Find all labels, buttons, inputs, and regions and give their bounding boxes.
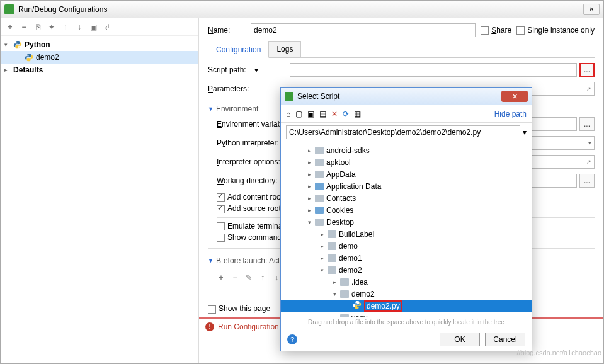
up-task-button[interactable]: ↑ [258,273,267,282]
chevron-down-icon: ▼ [208,258,214,264]
help-icon[interactable]: ? [287,334,297,344]
path-input[interactable] [286,125,520,139]
dialog-icon [285,92,293,101]
add-task-button[interactable]: + [217,273,225,282]
file-tree-item[interactable]: ▸apktool [281,156,532,168]
file-tree-label: Contacts [326,194,356,203]
ok-button[interactable]: OK [440,333,480,346]
file-tree-item[interactable]: ▸Contacts [281,192,532,204]
cancel-button[interactable]: Cancel [485,333,525,346]
up-icon[interactable]: ↑ [61,23,70,31]
file-tree[interactable]: ▸android-sdks▸apktool▸AppData▸Applicatio… [281,142,532,317]
folder-icon [315,147,324,154]
add-config-button[interactable]: + [6,23,14,31]
app-icon [4,4,14,14]
chevron-icon: ▸ [306,195,312,202]
script-path-browse-button[interactable]: ... [579,63,595,77]
file-tree-item[interactable]: ▸android-sdks [281,144,532,156]
folder-icon [315,207,324,214]
file-tree-label: android-sdks [326,146,370,155]
hide-path-link[interactable]: Hide path [494,110,527,118]
name-input[interactable] [251,23,476,37]
error-icon: ! [205,322,214,331]
script-path-label: Script path: ▾ [208,65,290,74]
show-hidden-icon[interactable]: ▦ [354,110,361,118]
folder-icon [315,183,324,190]
tab-configuration[interactable]: Configuration [208,42,269,58]
remove-config-button[interactable]: − [20,23,28,31]
window-title: Run/Debug Configurations [18,5,107,14]
file-tree-item[interactable]: ▾Desktop [281,216,532,228]
file-tree-label: Application Data [326,182,381,191]
tree-node-demo2[interactable]: demo2 [1,51,198,64]
dialog-close-button[interactable]: ✕ [501,91,528,102]
file-tree-item[interactable]: demo2.py [281,300,532,312]
env-vars-browse-button[interactable]: ... [579,117,595,131]
show-page-checkbox[interactable]: Show this page [208,304,270,313]
edit-task-button[interactable]: ✎ [244,273,253,282]
chevron-icon: ▸ [306,147,312,154]
folder-icon [315,159,324,166]
home-icon[interactable]: ⌂ [286,110,290,118]
collapse-icon[interactable]: ↲ [103,23,111,31]
parameters-label: Parameters: [208,84,290,93]
folder-icon [340,278,349,286]
folder-icon [315,219,324,226]
refresh-icon[interactable]: ⟳ [343,110,349,118]
copy-icon[interactable]: ⎘ [33,23,42,31]
dialog-title: Select Script [297,92,339,101]
settings-icon[interactable]: ✦ [47,23,56,31]
history-icon[interactable]: ▾ [523,128,527,137]
file-tree-item[interactable]: ▾demo2 [281,288,532,300]
tree-node-defaults[interactable]: ▸ Defaults [1,64,198,76]
file-tree-item[interactable]: ▸Application Data [281,180,532,192]
file-tree-label: apktool [326,158,351,167]
file-tree-item[interactable]: ▸AppData [281,168,532,180]
module-icon[interactable]: ▣ [307,110,314,118]
tree-node-python[interactable]: ▾ Python [1,38,198,51]
script-path-input[interactable] [290,63,577,77]
hint-text: Drag and drop a file into the space abov… [281,317,532,327]
chevron-icon: ▸ [319,243,325,249]
chevron-icon: ▸ [306,207,312,213]
file-tree-item[interactable]: ▸.idea [281,276,532,288]
project-icon[interactable]: ▢ [295,110,302,118]
file-tree-label: Desktop [326,218,354,227]
python-icon [25,53,33,62]
file-tree-item[interactable]: ▾demo2 [281,264,532,276]
down-task-button[interactable]: ↓ [272,273,281,282]
chevron-icon: ▸ [306,171,312,178]
remove-task-button[interactable]: − [231,273,239,282]
file-tree-item[interactable]: ▸venv [281,312,532,317]
file-tree-item[interactable]: ▸Cookies [281,204,532,216]
chevron-icon: ▾ [319,267,325,273]
window-close-icon[interactable]: ✕ [583,4,600,15]
file-tree-label: demo1 [339,254,362,263]
work-dir-browse-button[interactable]: ... [579,174,595,188]
file-tree-label: .idea [351,278,368,287]
file-tree-label: demo2 [351,290,375,299]
name-label: NName:ame: [208,26,246,35]
chevron-down-icon: ▾ [4,42,11,48]
delete-icon[interactable]: ✕ [331,110,338,118]
tree-label: Python [25,40,50,49]
folder-icon [328,230,336,238]
file-tree-item[interactable]: ▸demo [281,240,532,252]
single-instance-checkbox[interactable]: Single instance only [516,26,595,35]
share-checkbox[interactable]: Share [481,26,511,35]
chevron-down-icon: ▼ [208,106,214,112]
tree-label: Defaults [13,65,43,74]
folder-icon[interactable]: ▣ [89,23,98,31]
file-tree-item[interactable]: ▸demo1 [281,252,532,264]
chevron-icon: ▸ [319,255,325,261]
file-tree-item[interactable]: ▸BuildLabel [281,228,532,240]
chevron-icon: ▾ [306,219,312,225]
down-icon[interactable]: ↓ [75,23,84,31]
tab-logs[interactable]: Logs [268,41,301,57]
tree-label: demo2 [36,53,59,62]
svg-point-1 [18,47,19,48]
file-tree-label: AppData [326,170,356,179]
new-folder-icon[interactable]: ▤ [319,110,326,118]
file-tree-label: Cookies [326,206,353,215]
file-tree-label: demo2.py [367,302,400,310]
